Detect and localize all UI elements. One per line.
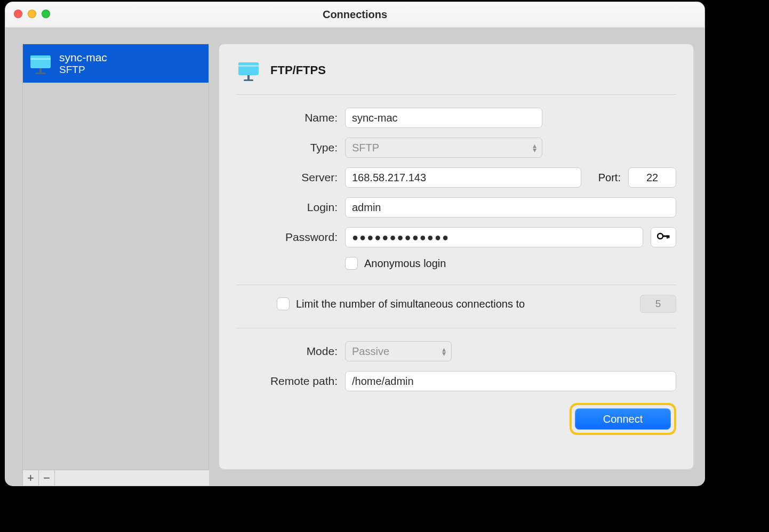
svg-rect-3 [39, 68, 42, 72]
limit-connections-value [640, 295, 676, 313]
mode-label: Mode: [236, 345, 338, 358]
remote-path-label: Remote path: [236, 375, 338, 388]
anonymous-checkbox[interactable] [345, 257, 358, 270]
titlebar: Connections [5, 2, 704, 28]
sidebar-footer: + − [22, 470, 209, 486]
type-select[interactable]: SFTP ▴▾ [345, 138, 542, 158]
zoom-window-button[interactable] [42, 10, 50, 18]
content-area: sync-mac SFTP + − [5, 28, 704, 486]
connections-window: Connections sync-mac [5, 2, 704, 486]
remove-connection-button[interactable]: − [39, 470, 55, 486]
svg-rect-2 [30, 58, 51, 60]
anonymous-label: Anonymous login [364, 257, 446, 270]
window-title: Connections [323, 9, 387, 21]
login-field[interactable] [345, 197, 676, 217]
remote-path-field[interactable] [345, 371, 676, 391]
svg-rect-12 [667, 235, 668, 238]
separator [236, 285, 676, 285]
connection-protocol: SFTP [59, 64, 107, 76]
password-key-button[interactable] [651, 227, 676, 247]
connection-list[interactable]: sync-mac SFTP [22, 44, 209, 470]
connection-list-item[interactable]: sync-mac SFTP [23, 44, 209, 83]
svg-point-10 [658, 233, 663, 239]
connection-name: sync-mac [59, 51, 107, 64]
type-value: SFTP [352, 142, 379, 154]
svg-rect-7 [238, 65, 259, 67]
network-folder-icon [28, 51, 53, 76]
sidebar: sync-mac SFTP + − [5, 28, 211, 486]
limit-connections-checkbox[interactable] [277, 297, 290, 310]
port-field[interactable] [628, 167, 676, 188]
limit-connections-label: Limit the number of simultaneous connect… [296, 298, 525, 310]
name-label: Name: [236, 111, 338, 124]
svg-rect-8 [247, 75, 250, 79]
panel-heading: FTP/FTPS [270, 63, 326, 77]
add-connection-button[interactable]: + [23, 470, 39, 486]
connect-button[interactable]: Connect [575, 408, 671, 430]
network-folder-icon [236, 57, 261, 84]
key-icon [657, 231, 670, 244]
window-controls [14, 10, 50, 18]
svg-rect-13 [668, 235, 670, 238]
separator [236, 328, 676, 328]
panel-header: FTP/FTPS [236, 57, 676, 95]
mode-select[interactable]: Passive ▴▾ [345, 341, 452, 361]
svg-rect-4 [36, 72, 45, 74]
server-label: Server: [236, 171, 338, 184]
server-field[interactable] [345, 167, 581, 188]
login-label: Login: [236, 201, 338, 214]
name-field[interactable] [345, 108, 542, 128]
close-window-button[interactable] [14, 10, 22, 18]
minimize-window-button[interactable] [28, 10, 36, 18]
connection-details-panel: FTP/FTPS Name: Type: SFTP ▴▾ [219, 44, 694, 470]
connect-highlight: Connect [570, 403, 676, 435]
chevron-updown-icon: ▴▾ [442, 347, 446, 356]
type-label: Type: [236, 141, 338, 154]
password-field[interactable] [345, 227, 643, 247]
port-label: Port: [589, 172, 621, 184]
chevron-updown-icon: ▴▾ [533, 143, 536, 152]
password-label: Password: [236, 231, 338, 244]
mode-value: Passive [352, 345, 389, 358]
svg-rect-9 [244, 79, 253, 81]
